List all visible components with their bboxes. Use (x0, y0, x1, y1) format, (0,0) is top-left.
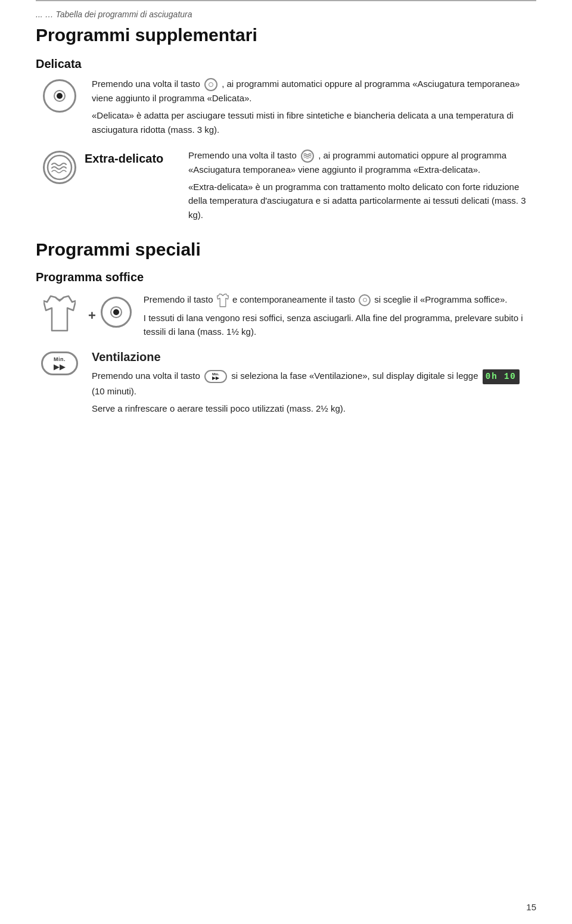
delicata-inline-icon (204, 78, 217, 91)
section-title-speciali: Programmi speciali (36, 239, 536, 260)
shirt-icon (43, 295, 76, 332)
soffice-inline-circle-icon (359, 294, 371, 306)
min-icon: Min. ▶▶ (41, 351, 78, 375)
ventilazione-icon-col: Min. ▶▶ (36, 350, 83, 375)
vent-inline-min-icon: Min. ▶▶ (204, 370, 227, 383)
soffice-text-3: si sceglie il «Programma soffice». (374, 294, 507, 304)
extra-delicata-icon-label: Extra-delicato (36, 148, 180, 184)
delicata-icon-col (36, 77, 83, 113)
ventilazione-text-col: Ventilazione Premendo una volta il tasto… (83, 350, 536, 415)
svg-marker-2 (217, 294, 229, 306)
delicata-label: Delicata (36, 56, 128, 71)
min-arrow: ▶▶ (54, 362, 66, 371)
plus-icon: + (88, 301, 96, 323)
delicata-icon (43, 79, 76, 113)
extra-inline-icon (301, 150, 314, 163)
extra-delicata-label-container: Extra-delicato (83, 148, 180, 166)
soffice-circle-icon (101, 297, 132, 328)
extra-delicata-text-col: Premendo una volta il tasto , ai program… (180, 148, 536, 222)
delicata-block: Delicata (36, 56, 536, 71)
page-container: … Tabella dei programmi di asciugatura P… (0, 0, 572, 924)
programma-soffice-label: Programma soffice (36, 270, 536, 284)
delicata-text-before: Premendo una volta il tasto (92, 79, 200, 89)
page-number: 15 (526, 902, 536, 912)
soffice-text-col: Premendo il tasto e contemporaneamente i… (132, 293, 536, 339)
min-icon-wrapper: Min. ▶▶ (41, 351, 78, 375)
ventilazione-program-text: Premendo una volta il tasto Min. ▶▶ si s… (92, 369, 536, 398)
ventilazione-row: Min. ▶▶ Ventilazione Premendo una volta … (36, 350, 536, 415)
delicata-icon-inner (54, 90, 66, 102)
vent-text-1: Premendo una volta il tasto (92, 371, 200, 381)
vent-text-2: si seleziona la fase «Ventilazione», sul… (231, 371, 478, 381)
extra-delicata-label: Extra-delicato (85, 152, 180, 166)
soffice-program-text: Premendo il tasto e contemporaneamente i… (144, 293, 536, 307)
soffice-text-1: Premendo il tasto (144, 294, 213, 304)
header-bar (36, 0, 536, 6)
soffice-description: I tessuti di lana vengono resi soffici, … (144, 311, 536, 339)
extra-delicata-svg (46, 154, 73, 181)
soffice-circle-dot (113, 309, 119, 315)
extra-inline-svg (302, 151, 313, 161)
vent-text-3: (10 minuti). (92, 386, 136, 396)
extra-delicata-description: «Extra-delicata» è un programma con trat… (188, 180, 536, 222)
svg-marker-1 (43, 296, 76, 331)
display-segment: 0h 10 (483, 369, 520, 385)
svg-point-0 (48, 155, 72, 179)
extra-delicata-icon-col (36, 148, 83, 184)
soffice-inline-shirt-icon (217, 293, 229, 307)
soffice-circle-inner (110, 306, 122, 318)
shirt-icon-col (36, 293, 83, 332)
delicata-icon-dot (57, 93, 63, 99)
delicata-program-text: Premendo una volta il tasto , ai program… (92, 77, 536, 105)
extra-delicata-program-text: Premendo una volta il tasto , ai program… (188, 148, 536, 176)
ventilazione-label: Ventilazione (92, 350, 536, 364)
soffice-icons-group: + (36, 293, 132, 332)
delicata-text-col: Premendo una volta il tasto , ai program… (83, 77, 536, 136)
extra-text-before: Premendo una volta il tasto (188, 150, 297, 160)
delicata-content: Premendo una volta il tasto , ai program… (36, 77, 536, 136)
extra-delicata-block: Extra-delicato Premendo una volta il tas… (36, 148, 536, 222)
extra-delicata-icon (43, 151, 76, 184)
ventilazione-description: Serve a rinfrescare o aerare tessili poc… (92, 402, 536, 415)
programmi-speciali-section: Programmi speciali Programma soffice + (36, 239, 536, 416)
soffice-text-2: e contemporaneamente il tasto (232, 294, 355, 304)
min-text: Min. (54, 356, 66, 362)
header-title: … Tabella dei programmi di asciugatura (36, 10, 536, 19)
delicata-description: «Delicata» è adatta per asciugare tessut… (92, 108, 536, 136)
soffice-shirt-small-svg (217, 293, 229, 307)
programma-soffice-row: + Premendo il tasto (36, 293, 536, 339)
section-title-supplementari: Programmi supplementari (36, 25, 536, 45)
